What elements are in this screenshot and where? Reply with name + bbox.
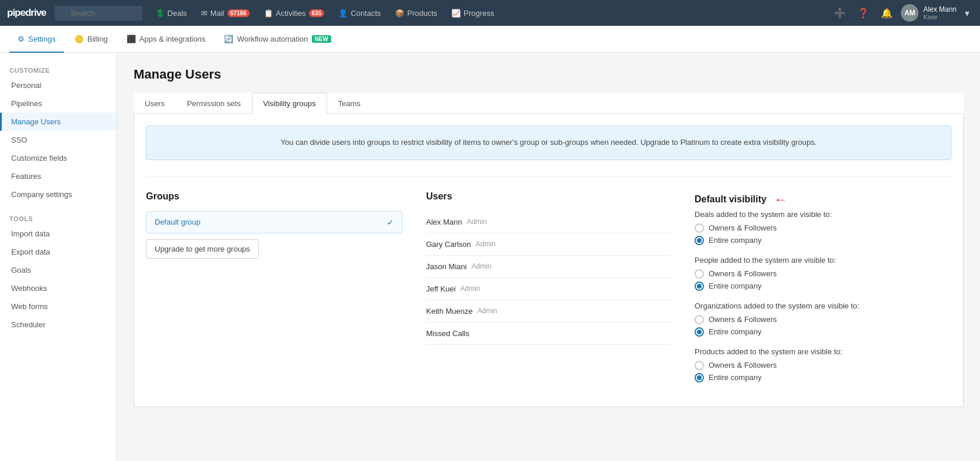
orgs-owners-radio[interactable]	[695, 315, 704, 324]
nav-right: ➕ ❓ 🔔 AM Alex Mann Kixie ▾	[831, 4, 973, 22]
sidebar-item-web-forms[interactable]: Web forms	[0, 297, 117, 316]
user-name-gary: Gary Carlson	[426, 240, 471, 249]
contacts-icon: 👤	[338, 9, 348, 18]
sidebar-item-sso[interactable]: SSO	[0, 131, 117, 149]
nav-contacts[interactable]: 👤 Contacts	[332, 0, 386, 26]
tab-content-visibility-groups: You can divide users into groups to rest…	[134, 114, 964, 407]
apps-icon: ⬛	[127, 35, 136, 43]
orgs-owners-option[interactable]: Owners & Followers	[695, 315, 951, 324]
people-owners-option[interactable]: Owners & Followers	[695, 269, 951, 279]
tab-apps[interactable]: ⬛ Apps & integrations	[118, 26, 214, 53]
visibility-group-deals: Deals added to the system are visible to…	[695, 210, 951, 245]
tab-visibility-groups[interactable]: Visibility groups	[252, 93, 327, 114]
tab-teams[interactable]: Teams	[327, 93, 372, 114]
avatar[interactable]: AM	[901, 4, 918, 22]
user-role-jeff: Admin	[460, 284, 480, 293]
progress-icon: 📈	[451, 9, 461, 18]
upgrade-groups-button[interactable]: Upgrade to get more groups	[146, 239, 259, 259]
nav-activities[interactable]: 📋 Activities 635	[258, 0, 331, 26]
sidebar-item-personal[interactable]: Personal	[0, 76, 117, 94]
sidebar-item-customize-fields[interactable]: Customize fields	[0, 149, 117, 167]
chevron-down-icon[interactable]: ▾	[961, 5, 973, 21]
sidebar-item-scheduler[interactable]: Scheduler	[0, 316, 117, 334]
info-box: You can divide users into groups to rest…	[146, 126, 951, 160]
default-group-item[interactable]: Default group ✓	[146, 211, 403, 233]
products-company-option[interactable]: Entire company	[695, 373, 951, 382]
products-owners-option[interactable]: Owners & Followers	[695, 361, 951, 370]
visibility-group-people: People added to the system are visible t…	[695, 256, 951, 291]
deals-company-radio[interactable]	[695, 236, 704, 245]
bell-icon[interactable]: 🔔	[877, 5, 896, 21]
billing-icon: 🪙	[74, 35, 84, 43]
activities-icon: 📋	[264, 9, 273, 18]
nav-progress[interactable]: 📈 Progress	[445, 0, 500, 26]
people-owners-radio[interactable]	[695, 269, 704, 279]
add-icon[interactable]: ➕	[831, 5, 849, 21]
people-visibility-label: People added to the system are visible t…	[695, 256, 951, 265]
tab-workflow[interactable]: 🔄 Workflow automation NEW	[216, 26, 339, 53]
visibility-title: Default visibility ←	[695, 191, 951, 208]
sidebar-section-customize: CUSTOMIZE	[0, 62, 117, 76]
top-nav: pipedrive 🔍 💲 Deals ✉ Mail 67186 📋 Activ…	[0, 0, 980, 26]
deals-company-option[interactable]: Entire company	[695, 236, 951, 245]
sidebar-item-goals[interactable]: Goals	[0, 261, 117, 279]
gear-icon: ⚙	[18, 35, 25, 43]
red-arrow-icon: ←	[774, 191, 788, 208]
list-item: Jason Miani Admin	[426, 256, 671, 278]
products-visibility-label: Products added to the system are visible…	[695, 347, 951, 356]
products-icon: 📦	[395, 9, 404, 18]
help-icon[interactable]: ❓	[854, 5, 873, 21]
people-company-radio[interactable]	[695, 282, 704, 291]
orgs-company-option[interactable]: Entire company	[695, 327, 951, 337]
user-role-alex: Admin	[467, 218, 486, 226]
workflow-icon: 🔄	[224, 35, 233, 43]
sidebar: CUSTOMIZE Personal Pipelines Manage User…	[0, 53, 117, 461]
deals-owners-option[interactable]: Owners & Followers	[695, 223, 951, 233]
user-sub: Kixie	[923, 13, 957, 21]
sidebar-item-pipelines[interactable]: Pipelines	[0, 94, 117, 113]
sidebar-item-export-data[interactable]: Export data	[0, 243, 117, 261]
user-role-jason: Admin	[471, 262, 491, 270]
sidebar-item-features[interactable]: Features	[0, 167, 117, 185]
sidebar-item-manage-users[interactable]: Manage Users	[0, 113, 117, 131]
sidebar-section-tools: TOOLS	[0, 211, 117, 225]
people-company-option[interactable]: Entire company	[695, 282, 951, 291]
user-info[interactable]: Alex Mann Kixie	[923, 5, 957, 21]
tab-bar: Users Permission sets Visibility groups …	[134, 93, 964, 114]
logo: pipedrive	[7, 7, 46, 19]
user-name: Alex Mann	[923, 5, 957, 13]
tab-users[interactable]: Users	[134, 93, 176, 114]
groups-section: Groups Default group ✓ Upgrade to get mo…	[146, 191, 414, 393]
list-item: Gary Carlson Admin	[426, 233, 671, 256]
list-item: Missed Calls	[426, 323, 671, 345]
user-role-keith: Admin	[478, 307, 498, 315]
nav-products[interactable]: 📦 Products	[389, 0, 443, 26]
main-layout: CUSTOMIZE Personal Pipelines Manage User…	[0, 53, 980, 461]
tab-billing[interactable]: 🪙 Billing	[66, 26, 116, 53]
list-item: Jeff Kuei Admin	[426, 278, 671, 300]
page-title: Manage Users	[134, 67, 964, 82]
sidebar-item-webhooks[interactable]: Webhooks	[0, 279, 117, 297]
nav-deals[interactable]: 💲 Deals	[149, 0, 193, 26]
three-col-layout: Groups Default group ✓ Upgrade to get mo…	[146, 177, 951, 393]
main-content: Manage Users Users Permission sets Visib…	[117, 53, 980, 461]
deals-owners-radio[interactable]	[695, 223, 704, 233]
sidebar-item-import-data[interactable]: Import data	[0, 225, 117, 243]
sidebar-item-company-settings[interactable]: Company settings	[0, 185, 117, 204]
settings-bar: ⚙ Settings 🪙 Billing ⬛ Apps & integratio…	[0, 26, 980, 53]
nav-mail[interactable]: ✉ Mail 67186	[195, 0, 256, 26]
groups-title: Groups	[146, 191, 403, 202]
new-badge: NEW	[312, 35, 331, 43]
visibility-group-products: Products added to the system are visible…	[695, 347, 951, 382]
default-visibility-section: Default visibility ← Deals added to the …	[683, 191, 951, 393]
tab-settings[interactable]: ⚙ Settings	[9, 26, 64, 53]
list-item: Alex Mann Admin	[426, 211, 671, 233]
deals-visibility-label: Deals added to the system are visible to…	[695, 210, 951, 219]
tab-permission-sets[interactable]: Permission sets	[176, 93, 252, 114]
organizations-visibility-label: Organizations added to the system are vi…	[695, 301, 951, 310]
user-name-alex: Alex Mann	[426, 218, 462, 226]
products-owners-radio[interactable]	[695, 361, 704, 370]
orgs-company-radio[interactable]	[695, 327, 704, 337]
products-company-radio[interactable]	[695, 373, 704, 382]
search-input[interactable]	[55, 6, 142, 21]
